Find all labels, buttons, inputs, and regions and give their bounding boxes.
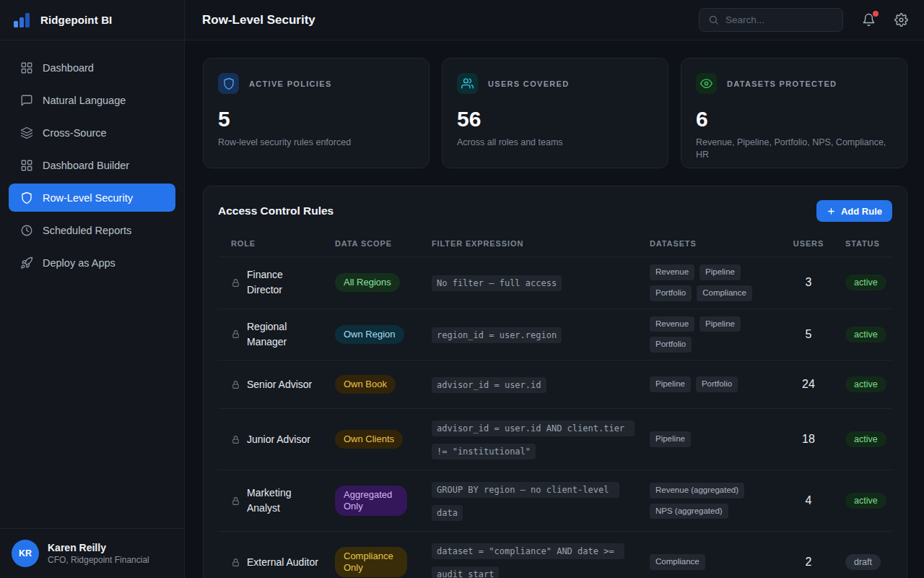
sidebar-item-label: Natural Language	[43, 95, 126, 106]
status-badge: active	[845, 376, 886, 392]
user-info: Karen Reilly CFO, Ridgepoint Financial	[48, 542, 149, 565]
lock-icon	[231, 278, 240, 288]
stat-value: 6	[696, 107, 892, 131]
dataset-chip: Portfolio	[696, 376, 738, 392]
column-header-role: ROLE	[218, 239, 335, 248]
dataset-chip: Portfolio	[650, 285, 692, 301]
rule-row[interactable]: Junior Advisor Own Clients advisor_id = …	[218, 408, 892, 470]
filter-expression: GROUP BY region — no client-level data	[432, 482, 619, 521]
access-control-panel: Access Control Rules Add Rule ROLE DATA …	[203, 186, 907, 578]
layers-icon	[20, 126, 33, 139]
chat-icon	[20, 94, 33, 107]
users-count: 5	[790, 328, 827, 341]
notification-dot	[873, 11, 879, 17]
rule-row[interactable]: Finance Director All Regions No filter —…	[218, 256, 892, 309]
data-scope-badge: All Regions	[335, 273, 400, 292]
plus-icon	[827, 207, 836, 216]
dataset-chip: Revenue (aggregated)	[650, 483, 744, 499]
user-profile[interactable]: KR Karen Reilly CFO, Ridgepoint Financia…	[0, 528, 184, 578]
column-header-users: USERS	[790, 239, 827, 248]
users-count: 18	[790, 433, 827, 446]
data-scope-badge: Compliance Only	[335, 547, 407, 578]
grid-icon	[20, 159, 33, 172]
lock-icon	[231, 380, 240, 389]
dataset-chip: Pipeline	[699, 264, 741, 280]
role-name: Finance Director	[247, 267, 319, 298]
page-title: Row-Level Security	[202, 13, 315, 27]
shield-icon	[218, 73, 239, 94]
avatar: KR	[12, 540, 39, 567]
column-header-data-scope: DATA SCOPE	[335, 239, 432, 248]
user-name: Karen Reilly	[48, 542, 149, 553]
role-name: Junior Advisor	[247, 432, 310, 447]
lock-icon	[231, 329, 240, 339]
sidebar-nav: Dashboard Natural Language Cross-Source …	[0, 40, 184, 277]
add-rule-button[interactable]: Add Rule	[816, 200, 892, 222]
users-count: 3	[790, 276, 827, 289]
table-header: ROLE DATA SCOPE FILTER EXPRESSION DATASE…	[218, 232, 892, 256]
data-scope-badge: Own Book	[335, 375, 396, 394]
sidebar-item[interactable]: Scheduled Reports	[9, 216, 175, 244]
data-scope-badge: Own Region	[335, 325, 404, 344]
sidebar-item[interactable]: Cross-Source	[9, 118, 175, 147]
stat-card: USERS COVERED 56 Across all roles and te…	[442, 58, 668, 168]
status-badge: active	[845, 431, 886, 447]
top-bar: Row-Level Security	[185, 0, 924, 40]
sidebar-item[interactable]: Natural Language	[9, 86, 175, 114]
stat-cards: ACTIVE POLICIES 5 Row-level security rul…	[203, 58, 907, 168]
notifications-button[interactable]	[862, 13, 876, 27]
dataset-chip: NPS (aggregated)	[650, 504, 728, 519]
dataset-chip: Pipeline	[650, 431, 691, 447]
data-scope-badge: Own Clients	[335, 430, 403, 449]
column-header-filter-expression: FILTER EXPRESSION	[432, 239, 650, 248]
gear-icon	[894, 13, 908, 27]
stat-card: DATASETS PROTECTED 6 Revenue, Pipeline, …	[681, 58, 907, 168]
users-icon	[457, 73, 478, 94]
filter-expression: No filter — full access	[432, 275, 562, 291]
stat-description: Across all roles and teams	[457, 137, 653, 149]
status-badge: draft	[845, 554, 881, 570]
brand-name: Ridgepoint BI	[40, 14, 112, 26]
add-rule-label: Add Rule	[841, 206, 882, 217]
shield-icon	[20, 191, 33, 204]
search-box[interactable]	[699, 8, 843, 32]
stat-value: 5	[218, 107, 414, 131]
dataset-chip: Compliance	[650, 554, 705, 570]
status-badge: active	[845, 493, 886, 509]
stat-description: Revenue, Pipeline, Portfolio, NPS, Compl…	[696, 137, 892, 161]
panel-title: Access Control Rules	[218, 204, 334, 217]
sidebar-item[interactable]: Deploy as Apps	[9, 249, 175, 277]
sidebar-item[interactable]: Row-Level Security	[9, 184, 175, 212]
stat-description: Row-level security rules enforced	[218, 137, 414, 149]
settings-button[interactable]	[894, 13, 908, 27]
sidebar-item[interactable]: Dashboard	[9, 53, 175, 82]
filter-expression: region_id = user.region	[432, 327, 562, 343]
rule-row[interactable]: Senior Advisor Own Book advisor_id = use…	[218, 360, 892, 408]
filter-expression: advisor_id = user.id AND client.tier != …	[432, 420, 635, 460]
rule-row[interactable]: Marketing Analyst Aggregated Only GROUP …	[218, 470, 892, 531]
users-count: 24	[790, 378, 827, 391]
stat-label: DATASETS PROTECTED	[727, 79, 837, 88]
stat-card: ACTIVE POLICIES 5 Row-level security rul…	[203, 58, 430, 168]
search-input[interactable]	[725, 14, 834, 25]
brand: Ridgepoint BI	[0, 0, 184, 40]
sidebar: Ridgepoint BI Dashboard Natural Language…	[0, 0, 185, 578]
stat-label: USERS COVERED	[488, 79, 570, 88]
rule-row[interactable]: Regional Manager Own Region region_id = …	[218, 309, 892, 361]
dataset-chips: Compliance	[650, 554, 790, 570]
sidebar-item-label: Dashboard Builder	[43, 160, 129, 171]
dataset-chips: Revenue (aggregated)NPS (aggregated)	[650, 483, 790, 519]
status-badge: active	[845, 275, 886, 290]
rule-row[interactable]: External Auditor Compliance Only dataset…	[218, 531, 892, 578]
lock-icon	[231, 496, 240, 506]
clock-icon	[20, 224, 33, 237]
sidebar-item[interactable]: Dashboard Builder	[9, 151, 175, 179]
rocket-icon	[20, 256, 33, 269]
column-header-status: STATUS	[827, 239, 892, 248]
data-scope-badge: Aggregated Only	[335, 486, 407, 517]
lock-icon	[231, 558, 240, 567]
search-icon	[708, 14, 719, 25]
user-role: CFO, Ridgepoint Financial	[48, 555, 149, 565]
dataset-chip: Portfolio	[650, 337, 692, 353]
column-header-datasets: DATASETS	[650, 239, 790, 248]
